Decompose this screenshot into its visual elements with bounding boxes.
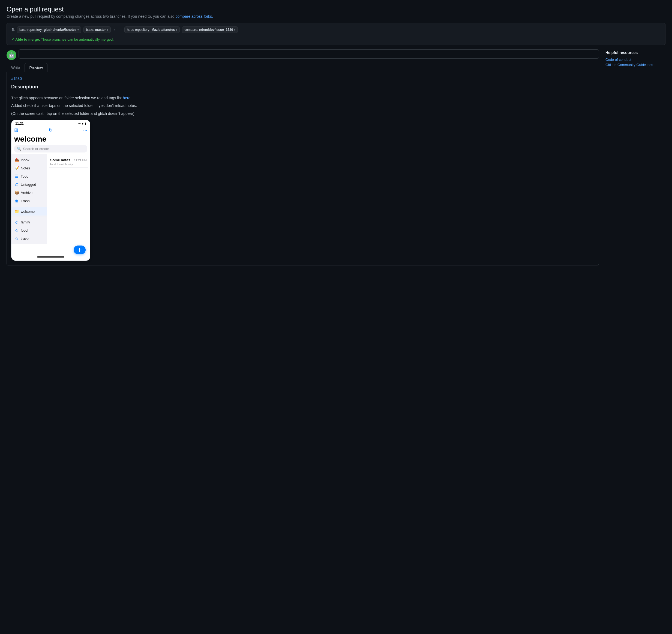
battery-icon: ▮ (85, 122, 86, 125)
page-title: Open a pull request (6, 5, 666, 13)
compare-branch-select[interactable]: compare: ndemidov/issue_1530 ▾ (182, 26, 238, 33)
desc-link[interactable]: here (123, 96, 130, 100)
pr-title-input[interactable]: Fix of UI Glitch on iOS #1530 (19, 49, 599, 58)
sync-icon[interactable]: ↻ (49, 127, 53, 133)
phone-title: welcome (11, 135, 90, 145)
sidebar-label-notes: Notes (21, 166, 30, 170)
phone-body: 📥 Inbox 📝 Notes ☰ Todo (11, 154, 90, 244)
sidebar-toggle-icon[interactable]: ⊞ (14, 127, 18, 133)
phone-notes: Some notes 11:21 PM food travel family (47, 154, 90, 244)
sidebar-label-food: food (21, 228, 27, 232)
head-repo-chevron: ▾ (176, 28, 177, 31)
tab-preview[interactable]: Preview (25, 63, 47, 72)
sidebar-divider (11, 206, 47, 206)
sidebar-label-untagged: Untagged (21, 183, 36, 187)
more-icon[interactable]: ··· (83, 127, 87, 133)
inbox-icon: 📥 (14, 158, 19, 162)
head-repo-value: Mazide/fsnotes (151, 28, 175, 32)
sidebar-item-trash[interactable]: 🗑 Trash (11, 197, 47, 205)
compare-chevron: ▾ (234, 28, 235, 31)
sidebar-label-inbox: Inbox (21, 158, 29, 162)
branch-bar: ⇅ base repository: glushchenko/fsnotes ▾… (6, 23, 666, 45)
base-repo-value: glushchenko/fsnotes (44, 28, 76, 32)
note-time: 11:21 PM (74, 159, 87, 162)
sidebar-label-archive: Archive (21, 191, 32, 195)
home-indicator (37, 256, 64, 258)
notes-icon: 📝 (14, 166, 19, 170)
helpful-title: Helpful resources (605, 50, 666, 55)
archive-icon: 📦 (14, 190, 19, 195)
merge-detail: These branches can be automatically merg… (41, 38, 114, 42)
desc-line1: The glitch appears because on folder sel… (11, 95, 594, 101)
phone-sidebar: 📥 Inbox 📝 Notes ☰ Todo (11, 154, 47, 244)
community-guidelines-link[interactable]: GitHub Community Guidelines (605, 63, 666, 67)
signal-icon: ··· (78, 122, 81, 125)
base-repo-select[interactable]: base repository: glushchenko/fsnotes ▾ (17, 26, 81, 33)
base-repo-chevron: ▾ (77, 28, 79, 31)
base-chevron: ▾ (107, 28, 108, 31)
phone-bottom-area: + (11, 244, 90, 260)
tag-family-icon: ◇ (14, 220, 19, 224)
preview-content: #1530 Description The glitch appears bec… (6, 72, 599, 265)
trash-icon: 🗑 (14, 198, 19, 203)
note-preview: food travel family (50, 163, 87, 166)
base-branch-select[interactable]: base: master ▾ (83, 26, 111, 33)
sidebar-item-food-tag[interactable]: ◇ food (11, 226, 47, 234)
pr-form: 🤖 Fix of UI Glitch on iOS #1530 Write Pr… (6, 49, 599, 265)
helpful-resources: Helpful resources Code of conduct GitHub… (605, 49, 666, 68)
sidebar-label-family: family (21, 220, 30, 224)
base-label: base: (86, 28, 94, 32)
phone-search[interactable]: 🔍 Search or create (14, 145, 87, 152)
sidebar-label-welcome: welcome (21, 210, 34, 214)
issue-ref-link[interactable]: #1530 (11, 76, 594, 81)
sidebar-item-untagged[interactable]: 🏷 Untagged (11, 180, 47, 188)
note-item[interactable]: Some notes 11:21 PM food travel family (49, 156, 88, 168)
compare-forks-link[interactable]: compare across forks. (175, 14, 213, 19)
sidebar-item-welcome-folder[interactable]: 📁 welcome (11, 207, 47, 215)
merge-status: ✓ Able to merge. These branches can be a… (11, 38, 661, 42)
desc-line3: (On the screencast I tap on the selected… (11, 111, 594, 117)
desc-line2: Added check if a user taps on the select… (11, 102, 594, 109)
compare-value: ndemidov/issue_1530 (199, 28, 233, 32)
main-layout: 🤖 Fix of UI Glitch on iOS #1530 Write Pr… (6, 49, 666, 265)
search-icon: 🔍 (17, 147, 21, 151)
sidebar-item-archive[interactable]: 📦 Archive (11, 188, 47, 197)
tag-travel-icon: ◇ (14, 236, 19, 241)
tabs: Write Preview (6, 63, 599, 72)
sidebar-label-trash: Trash (21, 199, 30, 203)
sidebar-item-family-tag[interactable]: ◇ family (11, 218, 47, 226)
folder-icon: 📁 (14, 209, 19, 214)
page-subtitle: Create a new pull request by comparing c… (6, 14, 666, 19)
avatar: 🤖 (6, 50, 16, 60)
note-title: Some notes (50, 158, 70, 162)
sidebar-item-todo[interactable]: ☰ Todo (11, 172, 47, 180)
description-heading: Description (11, 84, 594, 92)
base-repo-label: base repository: (19, 28, 43, 32)
note-meta: Some notes 11:21 PM (50, 158, 87, 162)
base-value: master (95, 28, 106, 32)
phone-mockup-wrapper: 11:21 ··· ▾ ▮ ⊞ ↻ ··· welcome (11, 120, 594, 261)
arrow-icon: ← (113, 27, 117, 32)
status-icons: ··· ▾ ▮ (78, 122, 86, 125)
merge-status-bold: Able to merge. (15, 38, 40, 42)
compare-label: compare: (184, 28, 198, 32)
phone-header: ⊞ ↻ ··· (11, 126, 90, 135)
phone-status-bar: 11:21 ··· ▾ ▮ (11, 120, 90, 126)
ellipsis: ··· (119, 28, 122, 32)
sidebar-item-travel-tag[interactable]: ◇ travel (11, 234, 47, 242)
code-of-conduct-link[interactable]: Code of conduct (605, 57, 666, 62)
untagged-icon: 🏷 (14, 182, 19, 187)
sidebar-label-travel: travel (21, 236, 29, 241)
avatar-icon: 🤖 (8, 52, 15, 58)
fab-button[interactable]: + (74, 245, 86, 254)
head-repo-label: head repository: (127, 28, 150, 32)
todo-icon: ☰ (14, 174, 19, 179)
sidebar-label-todo: Todo (21, 174, 28, 179)
sidebar-item-inbox[interactable]: 📥 Inbox (11, 156, 47, 164)
sidebar-item-notes[interactable]: 📝 Notes (11, 164, 47, 172)
wifi-icon: ▾ (82, 122, 83, 125)
tab-write[interactable]: Write (6, 63, 25, 72)
tag-food-icon: ◇ (14, 228, 19, 232)
head-repo-select[interactable]: head repository: Mazide/fsnotes ▾ (124, 26, 180, 33)
swap-icon: ⇅ (11, 27, 15, 32)
